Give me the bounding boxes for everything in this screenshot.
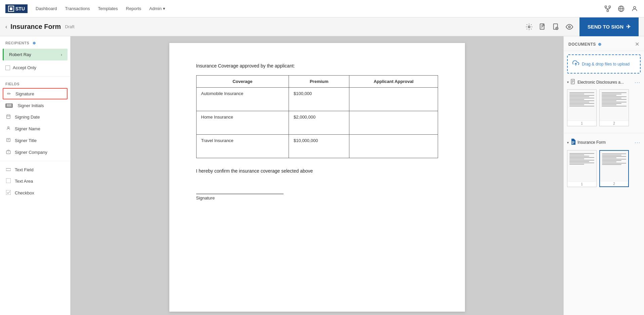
text-field-icon: [5, 167, 11, 172]
add-document-button[interactable]: ⊕: [598, 42, 602, 47]
logo-text: STU: [15, 6, 25, 11]
back-button[interactable]: ‹: [5, 24, 7, 30]
field-checkbox[interactable]: Checkbox: [0, 187, 70, 199]
insurance-page-2-thumb[interactable]: 2: [599, 150, 629, 187]
accept-only-row[interactable]: Accept Only: [0, 62, 70, 74]
thumb-line: [602, 155, 621, 155]
field-signer-initials[interactable]: RR Signer Initials: [0, 100, 70, 111]
nav-templates[interactable]: Templates: [98, 6, 118, 11]
nav-admin[interactable]: Admin: [149, 6, 165, 11]
send-to-sign-button[interactable]: SEND TO SIGN ✈: [579, 17, 639, 36]
add-recipient-button[interactable]: ⊕: [33, 41, 36, 45]
field-text-field[interactable]: Text Field: [0, 164, 70, 175]
svg-rect-39: [572, 141, 574, 142]
upload-text: Drag & drop files to upload: [582, 62, 630, 66]
user-icon[interactable]: [631, 5, 639, 13]
thumb-line: [602, 98, 621, 98]
coverage-table: Coverage Premium Applicant Approval Auto…: [196, 75, 438, 158]
svg-point-25: [8, 127, 9, 128]
header-bar: ‹ Insurance Form Draft SEND TO SIGN ✈: [0, 17, 644, 36]
signature-label: Signature: [15, 91, 34, 96]
field-text-area[interactable]: Text Area: [0, 175, 70, 187]
coverage-travel: Travel Insurance: [196, 135, 289, 158]
svg-point-10: [634, 6, 636, 9]
thumb-line: [569, 102, 589, 102]
cloud-upload-icon: [572, 60, 579, 68]
electronic-disclosures-more[interactable]: ···: [635, 80, 641, 85]
svg-rect-31: [6, 169, 11, 171]
nav-links: Dashboard Transactions Templates Reports…: [36, 6, 604, 11]
thumb-line: [569, 96, 589, 97]
recipient-arrow-icon: ›: [61, 52, 62, 57]
field-signature[interactable]: ✏ Signature: [3, 88, 68, 99]
signer-title-label: Signer Title: [15, 138, 37, 143]
accept-only-checkbox[interactable]: [5, 65, 10, 70]
text-field-label: Text Field: [15, 167, 34, 172]
thumb-line: [602, 164, 621, 165]
documents-title: DOCUMENTS ⊕: [568, 42, 601, 47]
doc-group-insurance: ▾ Insurance Form ···: [564, 137, 644, 190]
doc-outline-icon: [571, 79, 575, 85]
thumb-page-num: 1: [567, 181, 596, 187]
doc-group-electronic: ▾ Electronic Disclosures a... ···: [564, 77, 644, 130]
thumb-line: [569, 157, 594, 158]
text-area-icon: [5, 178, 11, 184]
table-row: Home Insurance $2,000,000: [196, 111, 438, 135]
close-panel-button[interactable]: ✕: [635, 41, 639, 47]
thumb-line: [569, 154, 584, 155]
signer-name-label: Signer Name: [15, 126, 40, 131]
thumb-line: [569, 98, 594, 98]
confirm-text: I hereby confirm the insurance coverage …: [196, 168, 438, 174]
signature-icon: ✏: [6, 91, 12, 96]
electronic-page-1-thumb[interactable]: 1: [567, 89, 597, 126]
thumb-line: [602, 104, 616, 105]
electronic-thumbnails: 1: [564, 87, 644, 130]
doc-file-icon: [571, 139, 575, 146]
insurance-form-more[interactable]: ···: [635, 140, 641, 145]
thumb-page-num: 1: [567, 121, 596, 126]
documents-panel: DOCUMENTS ⊕ ✕ Drag & drop files to uploa…: [563, 36, 644, 315]
upload-drop-area[interactable]: Drag & drop files to upload: [567, 54, 641, 74]
checkbox-label: Checkbox: [15, 190, 34, 195]
electronic-page-2-thumb[interactable]: 2: [599, 89, 629, 126]
thumb-line: [602, 160, 621, 161]
doc-group-insurance-header[interactable]: ▾ Insurance Form ···: [564, 137, 644, 148]
gear-icon[interactable]: [524, 22, 534, 32]
eye-icon[interactable]: [565, 22, 574, 32]
insurance-thumbnails: 1: [564, 148, 644, 190]
field-signer-title[interactable]: Signer Title: [0, 135, 70, 146]
draft-badge: Draft: [65, 24, 74, 29]
doc-settings-icon[interactable]: [551, 22, 561, 32]
field-signing-date[interactable]: Signing Date: [0, 111, 70, 123]
title-icon: [5, 138, 11, 143]
document-area: Insurance Coverage approved by the appli…: [71, 36, 563, 315]
signer-initials-label: Signer Initials: [17, 103, 44, 108]
svg-point-20: [568, 26, 570, 28]
nav-reports[interactable]: Reports: [126, 6, 141, 11]
doc-group-divider: [564, 133, 644, 133]
recipient-item-robert-ray[interactable]: Robert Ray ›: [3, 49, 68, 60]
logo-icon: [8, 6, 14, 12]
thumb-line: [602, 94, 621, 94]
field-signer-name[interactable]: Signer Name: [0, 123, 70, 135]
doc-preview-icon[interactable]: [538, 22, 547, 32]
insurance-page-1-thumb[interactable]: 1: [567, 150, 597, 187]
thumb-line: [602, 163, 626, 164]
premium-home: $2,000,000: [289, 111, 349, 135]
documents-panel-header: DOCUMENTS ⊕ ✕: [564, 36, 644, 51]
recipient-name: Robert Ray: [9, 52, 31, 57]
thumb-page-num: 2: [600, 181, 628, 186]
network-icon[interactable]: [604, 5, 612, 13]
nav-transactions[interactable]: Transactions: [65, 6, 90, 11]
svg-point-11: [528, 26, 530, 28]
nav-dashboard[interactable]: Dashboard: [36, 6, 57, 11]
thumb-line: [569, 156, 589, 156]
table-header-coverage: Coverage: [196, 76, 289, 88]
thumb-line: [569, 153, 594, 154]
top-nav: STU Dashboard Transactions Templates Rep…: [0, 0, 644, 17]
doc-group-electronic-header[interactable]: ▾ Electronic Disclosures a... ···: [564, 77, 644, 87]
field-signer-company[interactable]: Signer Company: [0, 146, 70, 158]
initials-badge: RR: [5, 103, 13, 108]
approval-travel: [349, 135, 438, 158]
globe-icon[interactable]: [617, 5, 625, 13]
